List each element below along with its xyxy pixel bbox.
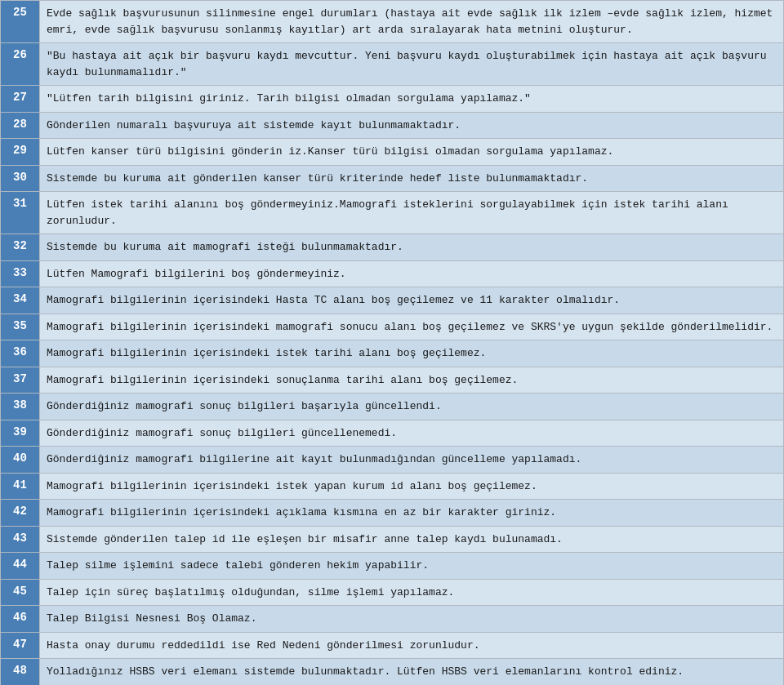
row-number: 29 — [1, 139, 40, 166]
table-row: 33Lütfen Mamografi bilgilerini boş gönde… — [1, 260, 784, 287]
row-number: 36 — [1, 340, 40, 367]
row-number: 38 — [1, 394, 40, 420]
row-text: Gönderilen numaralı başvuruya ait sistem… — [40, 112, 784, 139]
row-text: Mamografi bilgilerinin içerisindeki mamo… — [40, 314, 784, 340]
row-text: Talep için süreç başlatılmış olduğundan,… — [40, 579, 784, 606]
row-number: 44 — [1, 553, 40, 580]
table-row: 35Mamografi bilgilerinin içerisindeki ma… — [1, 314, 784, 340]
table-row: 47Hasta onay durumu reddedildi ise Red N… — [1, 632, 784, 659]
table-row: 40Gönderdiğiniz mamografi bilgilerine ai… — [1, 447, 784, 474]
row-text: Sistemde gönderilen talep id ile eşleşen… — [40, 526, 784, 553]
row-text: Yolladığınız HSBS veri elemanı sistemde … — [40, 659, 784, 686]
table-row: 26"Bu hastaya ait açık bir başvuru kaydı… — [1, 43, 784, 86]
table-row: 25Evde sağlık başvurusunun silinmesine e… — [1, 1, 784, 43]
row-text: Hasta onay durumu reddedildi ise Red Ned… — [40, 632, 784, 659]
row-text: Gönderdiğiniz mamografi sonuç bilgileri … — [40, 420, 784, 447]
table-row: 29Lütfen kanser türü bilgisini gönderin … — [1, 139, 784, 166]
table-row: 39Gönderdiğiniz mamografi sonuç bilgiler… — [1, 420, 784, 447]
row-text: "Lütfen tarih bilgisini giriniz. Tarih b… — [40, 86, 784, 113]
row-number: 47 — [1, 632, 40, 659]
row-number: 33 — [1, 260, 40, 287]
row-number: 41 — [1, 473, 40, 500]
row-number: 35 — [1, 314, 40, 340]
table-row: 36Mamografi bilgilerinin içerisindeki is… — [1, 340, 784, 367]
row-number: 48 — [1, 659, 40, 686]
table-row: 43Sistemde gönderilen talep id ile eşleş… — [1, 526, 784, 553]
row-text: Mamografi bilgilerinin içerisindeki iste… — [40, 340, 784, 367]
table-row: 32Sistemde bu kuruma ait mamografi isteğ… — [1, 234, 784, 261]
row-number: 25 — [1, 1, 40, 43]
row-number: 43 — [1, 526, 40, 553]
row-number: 42 — [1, 500, 40, 527]
row-number: 46 — [1, 606, 40, 633]
row-text: Sistemde bu kuruma ait gönderilen kanser… — [40, 165, 784, 192]
table-row: 44Talep silme işlemini sadece talebi gön… — [1, 553, 784, 580]
table-row: 37Mamografi bilgilerinin içerisindeki so… — [1, 367, 784, 394]
row-text: Evde sağlık başvurusunun silinmesine eng… — [40, 1, 784, 43]
row-number: 40 — [1, 447, 40, 474]
row-number: 37 — [1, 367, 40, 394]
table-row: 48Yolladığınız HSBS veri elemanı sistemd… — [1, 659, 784, 686]
row-text: Mamografi bilgilerinin içerisindeki açık… — [40, 500, 784, 527]
row-text: Gönderdiğiniz mamografi sonuç bilgileri … — [40, 394, 784, 420]
main-table: 25Evde sağlık başvurusunun silinmesine e… — [0, 0, 784, 685]
row-text: Mamografi bilgilerinin içerisindeki sonu… — [40, 367, 784, 394]
row-text: Talep silme işlemini sadece talebi gönde… — [40, 553, 784, 580]
table-row: 28Gönderilen numaralı başvuruya ait sist… — [1, 112, 784, 139]
table-row: 42Mamografi bilgilerinin içerisindeki aç… — [1, 500, 784, 527]
row-number: 31 — [1, 192, 40, 234]
row-number: 34 — [1, 287, 40, 314]
row-number: 39 — [1, 420, 40, 447]
row-text: Mamografi bilgilerinin içerisindeki Hast… — [40, 287, 784, 314]
row-text: Talep Bilgisi Nesnesi Boş Olamaz. — [40, 606, 784, 633]
table-row: 46Talep Bilgisi Nesnesi Boş Olamaz. — [1, 606, 784, 633]
table-row: 27"Lütfen tarih bilgisini giriniz. Tarih… — [1, 86, 784, 113]
row-text: Lütfen Mamografi bilgilerini boş gönderm… — [40, 260, 784, 287]
row-text: Lütfen kanser türü bilgisini gönderin iz… — [40, 139, 784, 166]
row-number: 28 — [1, 112, 40, 139]
table-row: 30Sistemde bu kuruma ait gönderilen kans… — [1, 165, 784, 192]
table-row: 38Gönderdiğiniz mamografi sonuç bilgiler… — [1, 394, 784, 420]
table-row: 34Mamografi bilgilerinin içerisindeki Ha… — [1, 287, 784, 314]
row-text: Gönderdiğiniz mamografi bilgilerine ait … — [40, 447, 784, 474]
row-text: Mamografi bilgilerinin içerisindeki iste… — [40, 473, 784, 500]
row-text: Lütfen istek tarihi alanını boş gönderme… — [40, 192, 784, 234]
row-number: 30 — [1, 165, 40, 192]
table-row: 45Talep için süreç başlatılmış olduğunda… — [1, 579, 784, 606]
row-text: Sistemde bu kuruma ait mamografi isteği … — [40, 234, 784, 261]
table-row: 31Lütfen istek tarihi alanını boş gönder… — [1, 192, 784, 234]
row-number: 45 — [1, 579, 40, 606]
row-number: 27 — [1, 86, 40, 113]
row-number: 32 — [1, 234, 40, 261]
table-row: 41Mamografi bilgilerinin içerisindeki is… — [1, 473, 784, 500]
row-text: "Bu hastaya ait açık bir başvuru kaydı m… — [40, 43, 784, 86]
row-number: 26 — [1, 43, 40, 86]
